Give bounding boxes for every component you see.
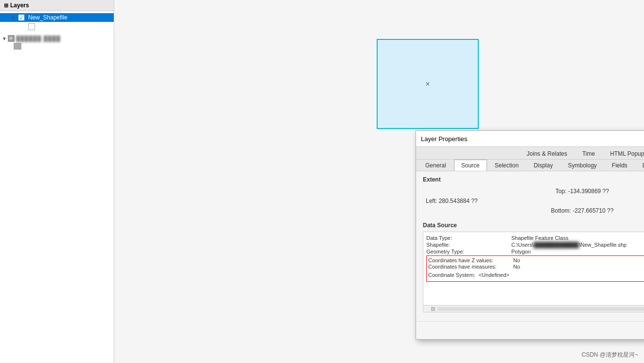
- extent-table: Top: -134.390869 ?? Left: 280.543884 ?? …: [423, 186, 644, 216]
- scrollbar-h-track: [437, 307, 644, 311]
- ds-row-shapefile: Shapefile: C:\Users\████████████\New_Sha…: [426, 242, 644, 248]
- extent-bottom-value: -227.665710 ??: [573, 207, 613, 214]
- ds-val-coord-system: <Undefined>: [479, 272, 509, 278]
- tab-source[interactable]: Source: [454, 160, 487, 171]
- expand-icon[interactable]: ▼: [11, 15, 16, 20]
- layers-title: ⊞ Layers: [0, 0, 114, 11]
- ds-key-geometry: Geometry Type:: [426, 249, 511, 254]
- layer-symbol-rect: [28, 23, 35, 30]
- scrollbar-horizontal[interactable]: [423, 305, 644, 312]
- layer-tree: ▼ New_Shapefile ▼ ⊞ ██████ ████: [0, 11, 114, 53]
- layers-icon: ⊞: [4, 2, 8, 9]
- group-icon: ⊞: [8, 35, 15, 42]
- group-child-symbol: [14, 43, 21, 50]
- data-source-inner[interactable]: Data Type: Shapefile Feature Class Shape…: [423, 232, 644, 305]
- ds-val-z-values: No: [513, 257, 520, 263]
- data-source-container: Data Type: Shapefile Feature Class Shape…: [423, 232, 644, 312]
- ds-key-z-values: Coordinates have Z values:: [428, 257, 513, 263]
- ds-row-coord-system: Coordinate System: <Undefined>: [428, 270, 644, 280]
- layer-group-row[interactable]: ▼ ⊞ ██████ ████: [0, 35, 114, 42]
- tab-fields[interactable]: Fields: [605, 160, 635, 171]
- tab-selection[interactable]: Selection: [487, 160, 526, 171]
- dialog-title: Layer Properties: [421, 135, 467, 143]
- group-child-icon: [0, 42, 114, 51]
- ds-val-shapefile: C:\Users\████████████\New_Shapefile.shp: [511, 242, 627, 248]
- layer-checkbox[interactable]: [18, 15, 24, 20]
- tab-symbology[interactable]: Symbology: [560, 160, 604, 171]
- ds-key-shapefile: Shapefile:: [426, 242, 511, 248]
- tab-row-bottom: General Source Selection Display Symbolo…: [416, 160, 644, 171]
- layer-properties-dialog: Layer Properties × Joins & Relates Time …: [416, 130, 644, 340]
- extent-top-value: -134.390869 ??: [568, 188, 609, 195]
- extent-bottom-label: Bottom:: [551, 207, 571, 214]
- extent-left: Left: 280.543884 ??: [426, 198, 478, 204]
- ds-key-coord-system: Coordinate System:: [428, 272, 475, 278]
- ds-highlighted-section: Coordinates have Z values: No Coordinate…: [426, 255, 644, 282]
- tab-joins-relates[interactable]: Joins & Relates: [520, 148, 574, 159]
- tab-row-top: Joins & Relates Time HTML Popup: [416, 147, 644, 160]
- map-view: ×: [377, 39, 479, 129]
- layer-symbol-row: [0, 22, 114, 32]
- tab-display[interactable]: Display: [526, 160, 560, 171]
- ds-row-z-values: Coordinates have Z values: No: [428, 257, 644, 263]
- group-name: ██████ ████: [16, 36, 61, 41]
- extent-label: Extent: [423, 176, 644, 183]
- ds-row-measures: Coordinates have measures: No: [428, 264, 644, 270]
- tab-general[interactable]: General: [418, 160, 453, 171]
- tab-definition-query[interactable]: Definition Query: [635, 160, 644, 171]
- layers-label: Layers: [10, 2, 29, 9]
- left-panel: ⊞ Layers ▼ New_Shapefile ▼ ⊞ ██████ ████: [0, 0, 114, 363]
- ds-row-data-type: Data Type: Shapefile Feature Class: [426, 235, 644, 241]
- dialog-titlebar: Layer Properties ×: [416, 131, 644, 147]
- watermark: CSDN @清梦枕星河~: [581, 351, 638, 359]
- data-source-label: Data Source: [423, 222, 644, 229]
- dialog-body: Extent Top: -134.390869 ?? Left: 280.543…: [416, 171, 644, 321]
- tab-html-popup[interactable]: HTML Popup: [603, 148, 644, 159]
- ds-val-measures: No: [513, 264, 520, 270]
- group-expand-icon[interactable]: ▼: [2, 36, 7, 41]
- tab-time[interactable]: Time: [575, 148, 602, 159]
- ds-key-measures: Coordinates have measures:: [428, 264, 513, 270]
- ds-row-geometry: Geometry Type: Polygon: [426, 249, 644, 254]
- ds-val-geometry: Polygon: [511, 249, 531, 254]
- layer-name: New_Shapefile: [28, 14, 68, 21]
- ds-val-data-type: Shapefile Feature Class: [511, 235, 568, 241]
- extent-top-label: Top:: [556, 188, 567, 195]
- ds-key-data-type: Data Type:: [426, 235, 511, 241]
- dialog-footer: Set Data Source...: [416, 321, 644, 339]
- layer-item-new-shapefile[interactable]: ▼ New_Shapefile: [0, 13, 114, 22]
- map-x-marker: ×: [425, 80, 430, 89]
- main-canvas: × Layer Properties × Joins & Relates Tim…: [114, 0, 644, 363]
